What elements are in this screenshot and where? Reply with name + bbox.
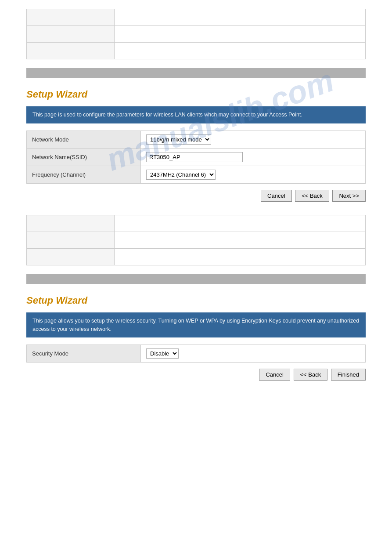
frequency-select[interactable]: 2437MHz (Channel 6) 2412MHz (Channel 1) …: [146, 170, 216, 180]
table-row: Network Name(SSID): [27, 148, 366, 166]
section2-button-row: Cancel << Back Finished: [26, 369, 366, 381]
section1-cancel-button[interactable]: Cancel: [261, 190, 291, 202]
table-row: [27, 26, 366, 43]
section2-form-table: Security Mode Disable WEP WPA WPA2: [26, 345, 366, 363]
table-row: [27, 232, 366, 248]
network-name-input[interactable]: [146, 152, 243, 162]
table-cell-label: [27, 9, 115, 26]
mid-info-table: [26, 215, 366, 265]
table-cell-label: [27, 248, 115, 265]
table-row: [27, 43, 366, 59]
table-cell-value: [115, 248, 366, 265]
table-cell-value: [115, 9, 366, 26]
network-mode-label: Network Mode: [27, 131, 141, 148]
network-name-cell: [141, 148, 366, 166]
table-row: Network Mode 11b/g/n mixed mode 11b only…: [27, 131, 366, 148]
gray-divider-2: [26, 274, 366, 284]
top-info-table: [26, 9, 366, 59]
section2-wrapper: Setup Wizard This page allows you to set…: [26, 295, 366, 381]
frequency-cell: 2437MHz (Channel 6) 2412MHz (Channel 1) …: [141, 166, 366, 183]
section1-wrapper: manualslib.com Setup Wizard This page is…: [26, 89, 366, 202]
section2-info-bar: This page allows you to setup the wirele…: [26, 312, 366, 338]
network-name-label: Network Name(SSID): [27, 148, 141, 166]
section1-back-button[interactable]: << Back: [295, 190, 329, 202]
section2-cancel-button[interactable]: Cancel: [259, 369, 290, 381]
table-row: [27, 215, 366, 232]
frequency-label: Frequency (Channel): [27, 166, 141, 183]
section2-back-button[interactable]: << Back: [294, 369, 328, 381]
section1-next-button[interactable]: Next >>: [332, 190, 366, 202]
security-mode-label: Security Mode: [27, 345, 141, 363]
section1-info-bar: This page is used to configure the param…: [26, 106, 366, 123]
table-cell-label: [27, 43, 115, 59]
section1-title: Setup Wizard: [26, 89, 366, 100]
security-mode-select[interactable]: Disable WEP WPA WPA2: [146, 348, 179, 359]
section1-form-table: Network Mode 11b/g/n mixed mode 11b only…: [26, 131, 366, 184]
table-row: Frequency (Channel) 2437MHz (Channel 6) …: [27, 166, 366, 183]
network-mode-cell: 11b/g/n mixed mode 11b only 11g only 11n…: [141, 131, 366, 148]
section1-button-row: Cancel << Back Next >>: [26, 190, 366, 202]
table-cell-value: [115, 215, 366, 232]
security-mode-cell: Disable WEP WPA WPA2: [141, 345, 366, 363]
section2-finished-button[interactable]: Finished: [331, 369, 366, 381]
table-cell-value: [115, 232, 366, 248]
table-cell-label: [27, 232, 115, 248]
table-row: Security Mode Disable WEP WPA WPA2: [27, 345, 366, 363]
table-row: [27, 9, 366, 26]
table-cell-label: [27, 26, 115, 43]
table-cell-value: [115, 26, 366, 43]
table-cell-value: [115, 43, 366, 59]
network-mode-select[interactable]: 11b/g/n mixed mode 11b only 11g only 11n…: [146, 134, 211, 145]
table-row: [27, 248, 366, 265]
gray-divider-1: [26, 68, 366, 78]
table-cell-label: [27, 215, 115, 232]
section2-title: Setup Wizard: [26, 295, 366, 306]
